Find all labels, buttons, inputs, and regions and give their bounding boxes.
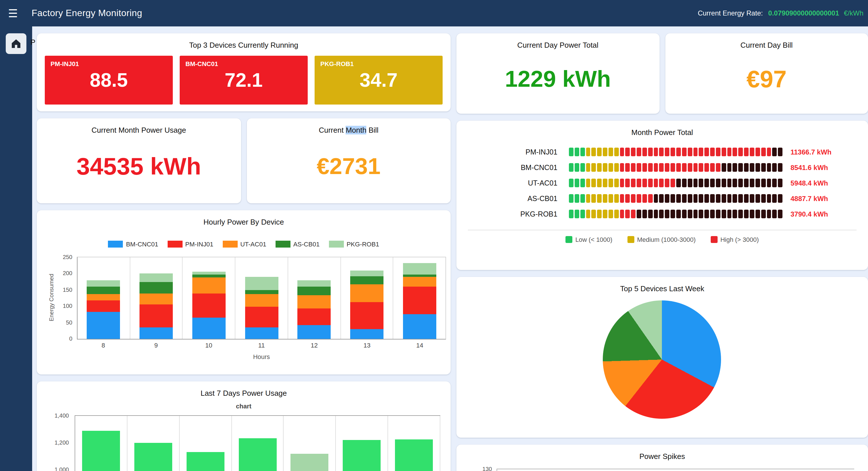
x-axis-label: Hours <box>77 353 446 360</box>
segment <box>575 163 579 172</box>
segment <box>637 210 641 218</box>
card-title: Current Month Power Usage <box>37 118 241 134</box>
segment <box>648 179 653 187</box>
y-tick: 50 <box>66 319 72 325</box>
legend-label: Low (< 1000) <box>575 236 612 243</box>
segment <box>592 179 596 187</box>
y-tick: 100 <box>63 303 72 309</box>
card-current-day-power-total: Current Day Power Total 1229 kWh <box>456 33 659 114</box>
segment <box>772 179 777 187</box>
segment <box>654 194 658 203</box>
segment <box>648 148 653 156</box>
segment <box>710 163 715 172</box>
segment <box>642 210 647 218</box>
stacked-bar <box>192 272 226 339</box>
segment <box>778 179 782 187</box>
segment <box>716 163 720 172</box>
legend-label: AS-CB01 <box>293 241 320 247</box>
segment <box>569 210 574 218</box>
segment <box>620 194 624 203</box>
segment <box>778 194 782 203</box>
segment <box>693 210 698 218</box>
device-kwh-value: 4887.7 kWh <box>790 195 828 203</box>
segment <box>767 194 771 203</box>
segment <box>687 210 692 218</box>
segment <box>772 210 777 218</box>
segment <box>580 148 585 156</box>
segment <box>710 179 715 187</box>
segment <box>614 194 619 203</box>
home-button[interactable] <box>6 33 26 54</box>
segment-bar <box>569 163 782 172</box>
card-current-month-bill: Current Month Bill €2731 <box>247 118 451 203</box>
bar-segment-UT-AC01 <box>403 277 436 287</box>
segment <box>654 148 658 156</box>
bar-segment-AS-CB01 <box>140 282 173 293</box>
bar-segment-BM-CNC01 <box>87 312 120 339</box>
week-plot <box>74 415 440 471</box>
bar-group <box>179 416 231 471</box>
bar-segment-AS-CB01 <box>350 276 383 284</box>
segment <box>625 194 630 203</box>
segment <box>654 179 658 187</box>
device-label: AS-CB01 <box>467 195 569 203</box>
bar-segment-BM-CNC01 <box>140 327 173 339</box>
legend-swatch <box>108 241 123 247</box>
segment <box>778 148 782 156</box>
bar-segment-PM-INJ01 <box>298 308 331 325</box>
device-kwh-value: 3790.4 kWh <box>790 210 828 218</box>
segment <box>716 148 720 156</box>
segment <box>609 163 613 172</box>
card-title: Top 3 Devices Currently Running <box>37 33 451 49</box>
home-icon <box>10 38 22 50</box>
segment <box>609 179 613 187</box>
y-tick: 0 <box>69 335 72 342</box>
segment <box>772 194 777 203</box>
segment <box>778 163 782 172</box>
device-row-PKG-ROB1: PKG-ROB13790.4 kWh <box>467 206 858 222</box>
card-title: Current Day Bill <box>665 33 868 49</box>
hamburger-menu-icon[interactable]: ☰ <box>8 8 18 19</box>
bar-segment-BM-CNC01 <box>192 318 226 339</box>
bar-segment-PKG-ROB1 <box>87 280 120 287</box>
segment <box>569 179 574 187</box>
bar <box>82 431 120 471</box>
legend-item: High (> 3000) <box>711 236 759 243</box>
segment <box>699 179 704 187</box>
segment <box>659 179 664 187</box>
bar-segment-BM-CNC01 <box>403 315 436 339</box>
segment <box>722 163 726 172</box>
segment-bar <box>569 179 782 187</box>
segment <box>569 194 574 203</box>
stacked-bar <box>245 277 278 339</box>
month-usage-value: 34535 kWh <box>37 134 241 203</box>
dashboard-content: Top 3 Devices Currently Running PM-INJ01… <box>32 26 868 471</box>
segment <box>586 163 590 172</box>
legend-item: Medium (1000-3000) <box>627 236 695 243</box>
card-last-7-days: Last 7 Days Power Usage chart 1,4001,200… <box>37 381 451 471</box>
stacked-bar <box>87 280 120 339</box>
segment <box>682 163 687 172</box>
segment <box>580 194 585 203</box>
stacked-bar <box>298 280 331 339</box>
title-suffix: Bill <box>367 126 379 135</box>
segment <box>693 163 698 172</box>
segment <box>620 179 624 187</box>
legend-swatch <box>627 236 634 243</box>
card-title: Current Month Bill <box>247 118 451 134</box>
segment <box>597 148 601 156</box>
x-tick: 8 <box>77 342 130 349</box>
hourly-yticks: 050100150200250 <box>56 257 74 338</box>
bar <box>239 438 276 471</box>
y-tick: 200 <box>63 270 72 276</box>
legend-swatch <box>711 236 718 243</box>
segment <box>671 163 675 172</box>
bar-segment-PM-INJ01 <box>403 287 436 315</box>
card-title: Current Day Power Total <box>456 33 659 49</box>
hourly-legend: BM-CNC01PM-INJ01UT-AC01AS-CB01PKG-ROB1 <box>37 241 451 247</box>
segment <box>654 210 658 218</box>
hourly-xticks: 891011121314 <box>77 342 446 349</box>
card-top5-last-week: Top 5 Devices Last Week <box>456 277 868 438</box>
segment <box>665 194 670 203</box>
card-title: Last 7 Days Power Usage <box>37 381 451 397</box>
